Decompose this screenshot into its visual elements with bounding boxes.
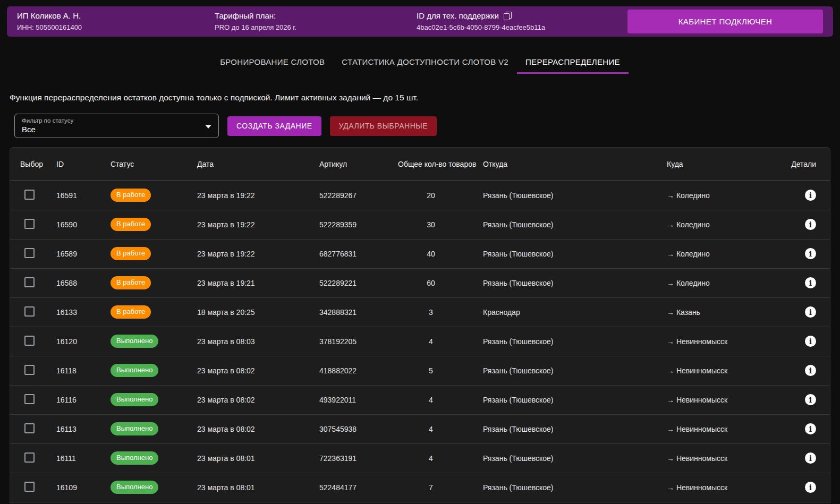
table-row: 16590 В работе 23 марта в 19:22 52228935… bbox=[10, 210, 830, 239]
col-header-select: Выбор bbox=[10, 148, 56, 181]
table-row: 16588 В работе 23 марта в 19:21 52228922… bbox=[10, 268, 830, 297]
account-inn: ИНН: 505500161400 bbox=[17, 23, 215, 32]
col-header-quantity: Общее кол-во товаров bbox=[398, 148, 483, 181]
col-header-status: Статус bbox=[111, 148, 197, 181]
task-quantity: 4 bbox=[398, 443, 483, 473]
task-article: 522289221 bbox=[319, 268, 398, 297]
task-quantity: 4 bbox=[398, 327, 483, 356]
task-origin: Рязань (Тюшевское) bbox=[483, 327, 667, 356]
task-quantity: 5 bbox=[398, 356, 483, 385]
row-checkbox[interactable] bbox=[24, 277, 35, 287]
info-icon[interactable]: i bbox=[805, 336, 816, 347]
task-article: 493922011 bbox=[319, 385, 398, 414]
row-checkbox[interactable] bbox=[24, 423, 35, 433]
info-icon[interactable]: i bbox=[805, 306, 816, 318]
task-destination: → Коледино bbox=[667, 210, 782, 239]
row-checkbox[interactable] bbox=[24, 248, 35, 258]
task-id: 16133 bbox=[56, 297, 111, 327]
info-icon[interactable]: i bbox=[805, 365, 816, 376]
plan-block: Тарифный план: PRO до 16 апреля 2026 г. bbox=[215, 11, 417, 31]
plan-value: PRO до 16 апреля 2026 г. bbox=[215, 23, 417, 32]
task-id: 16118 bbox=[56, 356, 111, 385]
cabinet-connected-button[interactable]: КАБИНЕТ ПОДКЛЮЧЕН bbox=[627, 10, 823, 33]
task-origin: Рязань (Тюшевское) bbox=[483, 239, 667, 268]
task-date: 23 марта в 19:22 bbox=[197, 210, 319, 239]
task-date: 18 марта в 20:25 bbox=[197, 297, 319, 327]
col-header-destination: Куда bbox=[667, 148, 782, 181]
info-icon[interactable]: i bbox=[805, 452, 816, 464]
task-origin: Рязань (Тюшевское) bbox=[483, 443, 667, 473]
status-badge: В работе bbox=[111, 218, 151, 230]
task-id: 16588 bbox=[56, 268, 111, 297]
tasks-table: Выбор ID Статус Дата Артикул Общее кол-в… bbox=[10, 147, 830, 503]
row-checkbox[interactable] bbox=[24, 190, 35, 200]
task-quantity: 4 bbox=[398, 414, 483, 443]
account-block: ИП Коликов А. Н. ИНН: 505500161400 bbox=[17, 11, 215, 31]
table-row: 16133 В работе 18 марта в 20:25 34288832… bbox=[10, 297, 830, 327]
col-header-origin: Откуда bbox=[483, 148, 667, 181]
info-icon[interactable]: i bbox=[805, 219, 816, 230]
task-article: 418882022 bbox=[319, 356, 398, 385]
task-destination: → Коледино bbox=[667, 181, 782, 210]
task-origin: Краснодар bbox=[483, 297, 667, 327]
task-article: 307545938 bbox=[319, 414, 398, 443]
task-quantity: 40 bbox=[398, 239, 483, 268]
task-destination: → Невинномысск bbox=[667, 356, 782, 385]
task-destination: → Невинномысск bbox=[667, 473, 782, 502]
task-date: 23 марта в 19:21 bbox=[197, 268, 319, 297]
task-id: 16111 bbox=[56, 443, 111, 473]
create-task-button[interactable]: СОЗДАТЬ ЗАДАНИЕ bbox=[227, 116, 321, 136]
task-destination: → Невинномысск bbox=[667, 443, 782, 473]
task-quantity: 30 bbox=[398, 210, 483, 239]
delete-selected-button[interactable]: УДАЛИТЬ ВЫБРАННЫЕ bbox=[330, 116, 437, 136]
task-origin: Рязань (Тюшевское) bbox=[483, 356, 667, 385]
status-filter-select[interactable]: Фильтр по статусу Все bbox=[14, 114, 219, 138]
info-icon[interactable]: i bbox=[805, 248, 816, 259]
tab-redistribution[interactable]: ПЕРЕРАСПРЕДЕЛЕНИЕ bbox=[517, 50, 629, 74]
row-checkbox[interactable] bbox=[24, 482, 35, 492]
col-header-date: Дата bbox=[197, 148, 319, 181]
col-header-details: Детали bbox=[782, 148, 830, 181]
task-date: 23 марта в 08:01 bbox=[197, 473, 319, 502]
info-icon[interactable]: i bbox=[805, 277, 816, 288]
row-checkbox[interactable] bbox=[24, 336, 35, 346]
task-id: 16109 bbox=[56, 473, 111, 502]
status-badge: Выполнено bbox=[111, 393, 158, 406]
task-date: 23 марта в 08:01 bbox=[197, 443, 319, 473]
task-quantity: 60 bbox=[398, 268, 483, 297]
task-id: 16590 bbox=[56, 210, 111, 239]
copy-icon[interactable] bbox=[504, 12, 512, 21]
task-article: 522484177 bbox=[319, 473, 398, 502]
task-quantity: 4 bbox=[398, 385, 483, 414]
row-checkbox[interactable] bbox=[24, 306, 35, 317]
task-id: 16591 bbox=[56, 181, 111, 210]
row-checkbox[interactable] bbox=[24, 452, 35, 463]
task-destination: → Коледино bbox=[667, 239, 782, 268]
task-destination: → Невинномысск bbox=[667, 385, 782, 414]
table-header-row: Выбор ID Статус Дата Артикул Общее кол-в… bbox=[10, 148, 830, 181]
row-checkbox[interactable] bbox=[24, 365, 35, 375]
task-origin: Рязань (Тюшевское) bbox=[483, 181, 667, 210]
row-checkbox[interactable] bbox=[24, 394, 35, 404]
info-icon[interactable]: i bbox=[805, 423, 816, 434]
table-row: 16118 Выполнено 23 марта в 08:02 4188820… bbox=[10, 356, 830, 385]
task-origin: Рязань (Тюшевское) bbox=[483, 385, 667, 414]
table-row: 16113 Выполнено 23 марта в 08:02 3075459… bbox=[10, 414, 830, 443]
account-header: ИП Коликов А. Н. ИНН: 505500161400 Тариф… bbox=[7, 6, 833, 37]
info-icon[interactable]: i bbox=[805, 190, 816, 201]
support-id-block: ID для тех. поддержки 4bac02e1-5c6b-4050… bbox=[417, 11, 627, 31]
status-badge: Выполнено bbox=[111, 481, 158, 493]
status-badge: Выполнено bbox=[111, 364, 158, 377]
plan-label: Тарифный план: bbox=[215, 11, 417, 21]
status-badge: Выполнено bbox=[111, 451, 158, 464]
row-checkbox[interactable] bbox=[24, 219, 35, 229]
tab-slot-availability-stats[interactable]: СТАТИСТИКА ДОСТУПНОСТИ СЛОТОВ V2 bbox=[333, 50, 517, 74]
task-quantity: 20 bbox=[398, 181, 483, 210]
task-article: 522289359 bbox=[319, 210, 398, 239]
status-filter-value: Все bbox=[22, 125, 211, 134]
task-article: 722363191 bbox=[319, 443, 398, 473]
tab-slot-booking[interactable]: БРОНИРОВАНИЕ СЛОТОВ bbox=[211, 50, 333, 74]
info-icon[interactable]: i bbox=[805, 394, 816, 405]
info-icon[interactable]: i bbox=[805, 482, 816, 493]
task-date: 23 марта в 08:02 bbox=[197, 414, 319, 443]
